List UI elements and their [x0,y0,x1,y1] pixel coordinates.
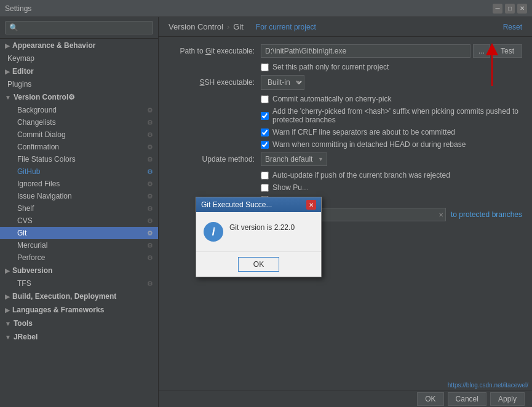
sidebar-item-mercurial[interactable]: Mercurial ⚙ [0,239,158,251]
sidebar-item-label: Git [17,229,26,237]
auto-update-checkbox[interactable] [261,172,269,180]
settings-icon: ⚙ [147,119,153,127]
sidebar-item-label: File Status Colors [17,155,76,164]
auto-update-row: Auto-update if push of the current branc… [169,171,522,180]
settings-icon: ⚙ [147,106,153,114]
sidebar-item-label: Tools [14,319,33,328]
sidebar-item-jrebel[interactable]: ▼ JRebel [0,330,158,344]
sidebar-item-background[interactable]: Background ⚙ [0,104,158,116]
ok-button[interactable]: OK [238,257,279,272]
window-title: Settings [5,4,490,13]
minimize-button[interactable]: ─ [493,4,502,14]
sidebar-item-commit-dialog[interactable]: Commit Dialog ⚙ [0,128,158,141]
sidebar-item-tfs[interactable]: TFS ⚙ [0,277,158,290]
chevron-right-icon: ▶ [5,42,10,49]
sidebar-item-languages[interactable]: ▶ Languages & Frameworks [0,303,158,317]
sidebar-item-label: Plugins [7,80,31,89]
sidebar-item-version-control[interactable]: ▼ Version Control ⚙ [0,90,158,104]
ssh-row: SSH executable: Built-in Native [169,75,522,90]
settings-window: Settings ─ □ ✕ ▶ Appearance & Behavior K… [0,0,532,407]
sidebar-item-git[interactable]: Git ⚙ [0,227,158,239]
sidebar-item-keymap[interactable]: Keymap [0,52,158,65]
sidebar-item-ignored-files[interactable]: Ignored Files ⚙ [0,178,158,190]
sidebar-item-confirmation[interactable]: Confirmation ⚙ [0,141,158,153]
sidebar-item-changelists[interactable]: Changelists ⚙ [0,116,158,128]
search-input[interactable] [5,21,153,34]
sidebar-item-cvs[interactable]: CVS ⚙ [0,215,158,227]
settings-icon: ⚙ [147,168,153,176]
sidebar-item-label: Confirmation [17,143,59,151]
sidebar-item-appearance[interactable]: ▶ Appearance & Behavior [0,39,158,52]
warn-detach-label: Warn when committing in detached HEAD or… [272,140,466,149]
cherry-pick-row: Commit automatically on cherry-pick [169,95,522,103]
chevron-right-icon: ▶ [5,68,10,75]
git-success-dialog: Git Executed Succe... ✕ i Git version is… [196,197,322,277]
sidebar-item-perforce[interactable]: Perforce ⚙ [0,251,158,264]
to-protected-branches-label: to protected branches [451,210,522,219]
sidebar-item-label: Changelists [17,118,56,127]
update-select[interactable]: Branch default Merge Rebase [261,152,327,166]
sidebar: ▶ Appearance & Behavior Keymap ▶ Editor … [0,17,159,407]
breadcrumb-separator: › [227,22,229,31]
warn-detach-row: Warn when committing in detached HEAD or… [169,140,522,149]
path-input[interactable] [261,44,470,58]
ssh-select[interactable]: Built-in Native [261,75,304,90]
current-project-row: Set this path only for current project [169,63,522,71]
add-suffix-row: Add the 'cherry-picked from <hash>' suff… [169,107,522,124]
update-label: Update method: [169,155,255,164]
settings-icon: ⚙ [68,93,75,101]
warn-crlf-checkbox[interactable] [261,128,269,136]
sidebar-item-file-status-colors[interactable]: File Status Colors ⚙ [0,153,158,165]
search-bar[interactable] [0,17,158,39]
sidebar-item-github[interactable]: GitHub ⚙ [0,165,158,178]
project-link[interactable]: For current project [256,23,316,31]
current-project-label: Set this path only for current project [272,63,389,71]
browse-button[interactable]: ... [473,44,490,58]
sidebar-item-label: Commit Dialog [17,130,66,139]
update-method-row: Update method: Branch default Merge Reba… [169,152,522,166]
clear-icon[interactable]: ✕ [439,211,443,218]
test-button[interactable]: Test [493,44,522,58]
content-panel: Version Control › Git For current projec… [159,17,532,407]
sidebar-item-label: Languages & Frameworks [12,306,104,314]
sidebar-item-label: Perforce [17,253,45,262]
sidebar-item-label: Ignored Files [17,180,60,188]
maximize-button[interactable]: □ [505,4,515,14]
sidebar-item-tools[interactable]: ▼ Tools [0,317,158,330]
ssh-label: SSH executable: [169,78,255,87]
cherry-pick-label: Commit automatically on cherry-pick [272,95,391,103]
sidebar-item-editor[interactable]: ▶ Editor [0,65,158,78]
dialog-titlebar: Git Executed Succe... ✕ [196,197,321,212]
sidebar-item-shelf[interactable]: Shelf ⚙ [0,202,158,215]
update-select-wrap: Branch default Merge Rebase [261,152,327,166]
sidebar-item-plugins[interactable]: Plugins [0,78,158,90]
settings-icon: ⚙ [147,229,153,237]
sidebar-item-label: JRebel [14,333,38,341]
auto-update-label: Auto-update if push of the current branc… [272,171,450,180]
show-push-checkbox[interactable] [261,184,269,192]
sidebar-item-build-exec[interactable]: ▶ Build, Execution, Deployment [0,290,158,303]
cherry-pick-checkbox[interactable] [261,95,269,103]
sidebar-item-subversion[interactable]: ▶ Subversion [0,264,158,277]
dialog-close-button[interactable]: ✕ [306,200,316,210]
current-project-checkbox[interactable] [261,63,269,71]
sidebar-item-label: Issue Navigation [17,192,72,200]
bottom-cancel-button[interactable]: Cancel [448,392,486,406]
sidebar-item-issue-navigation[interactable]: Issue Navigation ⚙ [0,190,158,202]
bottom-apply-button[interactable]: Apply [490,392,525,406]
warn-crlf-row: Warn if CRLF line separators are about t… [169,128,522,136]
settings-icon: ⚙ [147,143,153,151]
chevron-down-icon: ▼ [5,334,11,341]
sidebar-item-label: Shelf [17,204,34,213]
main-area: ▶ Appearance & Behavior Keymap ▶ Editor … [0,17,532,407]
bottom-ok-button[interactable]: OK [417,392,443,406]
close-button[interactable]: ✕ [517,4,527,14]
path-row: Path to Git executable: ... Test [169,44,522,58]
settings-icon: ⚙ [147,217,153,225]
show-push-row: Show Pu... [169,183,522,192]
add-suffix-checkbox[interactable] [261,112,269,120]
warn-detach-checkbox[interactable] [261,141,269,149]
content-header: Version Control › Git For current projec… [159,17,532,37]
reset-button[interactable]: Reset [503,23,522,31]
sidebar-item-label: Subversion [12,266,52,275]
